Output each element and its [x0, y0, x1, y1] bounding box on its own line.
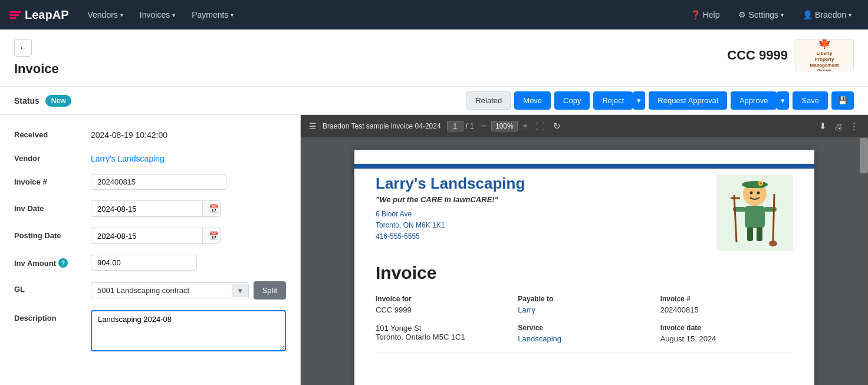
pdf-toolbar-left: ☰ Braedon Test sample invoice 04-2024 / …: [309, 120, 812, 133]
nav-item-user[interactable]: 👤 Braedon ▾: [795, 6, 859, 23]
gl-row: GL 5001 Landscaping contract ▼ Split: [14, 281, 286, 300]
brand-logo[interactable]: LeapAP: [9, 8, 68, 22]
invoice-blue-bar: [354, 164, 814, 169]
gl-label: GL: [14, 281, 91, 294]
page-header: ← Invoice CCC 9999 🍁 LibertyPropertyMana…: [0, 29, 868, 87]
scrollbar-track: [860, 138, 868, 385]
posting-date-input[interactable]: [91, 229, 202, 243]
chevron-down-icon: ▾: [849, 12, 851, 18]
rotate-button[interactable]: ↻: [552, 120, 562, 133]
download-button[interactable]: ⬇: [818, 120, 828, 133]
invoice-num-label: Invoice #: [14, 174, 91, 186]
status-label: Status: [14, 96, 40, 106]
more-options-button[interactable]: ⋮: [849, 120, 860, 133]
approve-dropdown-button[interactable]: ▾: [777, 91, 789, 110]
received-row: Received 2024-08-19 10:42:00: [14, 127, 286, 140]
user-icon: 👤: [803, 10, 813, 19]
scrollbar-thumb[interactable]: [860, 138, 868, 173]
chevron-down-icon: ▼: [232, 284, 248, 297]
calendar-icon[interactable]: 📅: [202, 201, 221, 216]
pdf-toolbar-right: ⬇ 🖨 ⋮: [818, 120, 860, 133]
reject-button[interactable]: Reject: [593, 91, 633, 110]
invoice-num-input[interactable]: [91, 174, 226, 190]
posting-date-label: Posting Date: [14, 228, 91, 240]
header-left: ← Invoice: [14, 39, 59, 77]
vendor-label: Vendor: [14, 150, 91, 163]
vendor-row: Vendor Larry's Landscaping: [14, 150, 286, 163]
chevron-down-icon: ▾: [781, 12, 784, 18]
pdf-content: Larry's Landscaping "We put the CARE in …: [301, 138, 868, 385]
reject-dropdown-group: Reject ▾: [593, 91, 645, 110]
pdf-page-separator: /: [466, 122, 468, 130]
svg-point-13: [757, 192, 760, 195]
description-textarea[interactable]: [91, 310, 286, 351]
inv-amount-input[interactable]: [91, 255, 197, 271]
nav-item-invoices[interactable]: Invoices ▾: [133, 6, 182, 23]
zoom-out-button[interactable]: −: [480, 121, 488, 131]
nav-right: ❓ Help ⚙ Settings ▾ 👤 Braedon ▾: [683, 6, 859, 23]
svg-rect-6: [747, 227, 753, 241]
print-button[interactable]: 🖨: [833, 120, 844, 133]
invoice-doc-title: Invoice: [376, 263, 793, 283]
pdf-page-input[interactable]: [447, 121, 463, 131]
invoice-address: 6 Bloor Ave Toronto, ON M6K 1K1 416-555-…: [376, 209, 525, 243]
inv-amount-row: Inv Amount ?: [14, 255, 286, 271]
nav-item-settings[interactable]: ⚙ Settings ▾: [731, 6, 791, 23]
nav-item-vendors[interactable]: Vendors ▾: [80, 6, 130, 23]
save-button[interactable]: Save: [793, 91, 828, 110]
svg-line-8: [734, 195, 737, 242]
reject-dropdown-button[interactable]: ▾: [633, 91, 645, 110]
pdf-filename: Braedon Test sample invoice 04-2024: [323, 122, 441, 130]
gl-select-wrap: 5001 Landscaping contract ▼: [91, 282, 249, 298]
help-icon[interactable]: ?: [58, 258, 68, 268]
received-value: 2024-08-19 10:42:00: [91, 127, 167, 140]
invoice-num-field: Invoice # 202400815: [660, 295, 793, 314]
chevron-down-icon: ▾: [120, 12, 123, 18]
invoice-num-row: Invoice #: [14, 174, 286, 190]
gl-select[interactable]: 5001 Landscaping contract: [91, 283, 232, 298]
description-row: Description: [14, 310, 286, 351]
inv-date-group: 📅: [91, 200, 221, 217]
inv-date-row: Inv Date 📅: [14, 200, 286, 217]
calendar-icon[interactable]: 📅: [202, 228, 221, 243]
svg-point-12: [750, 192, 753, 195]
inv-amount-label: Inv Amount ?: [14, 255, 91, 268]
approve-button[interactable]: Approve: [731, 91, 777, 110]
copy-button[interactable]: Copy: [554, 91, 590, 110]
fit-page-button[interactable]: ⛶: [535, 120, 546, 133]
status-badge: New: [45, 95, 72, 107]
svg-point-15: [760, 182, 762, 185]
pdf-zoom-controls: − 100% +: [480, 121, 529, 131]
pdf-pages: / 1: [447, 121, 474, 131]
gear-icon: ⚙: [738, 10, 746, 19]
hamburger-icon[interactable]: ☰: [309, 121, 317, 131]
invoice-service-field: Service Landscaping: [518, 324, 650, 343]
zoom-in-button[interactable]: +: [521, 121, 529, 131]
inv-date-label: Inv Date: [14, 200, 91, 213]
invoice-tagline: "We put the CARE in lawnCARE!": [376, 195, 525, 204]
posting-date-group: 📅: [91, 228, 221, 244]
invoice-doc-header: Larry's Landscaping "We put the CARE in …: [376, 175, 793, 251]
body-layout: Received 2024-08-19 10:42:00 Vendor Larr…: [0, 115, 868, 385]
svg-rect-7: [757, 227, 762, 241]
nav-item-help[interactable]: ❓ Help: [683, 6, 727, 23]
vendor-value[interactable]: Larry's Landscaping: [91, 150, 165, 163]
invoice-doc-grid2: 101 Yonge St Toronto, Ontario M5C 1C1 Se…: [376, 324, 793, 343]
back-button[interactable]: ←: [14, 39, 32, 57]
invoice-document: Larry's Landscaping "We put the CARE in …: [354, 150, 814, 385]
description-label: Description: [14, 310, 91, 323]
page-title: Invoice: [14, 61, 59, 77]
pdf-zoom-value: 100%: [491, 121, 518, 131]
invoice-payable-field: Payable to Larry: [518, 295, 650, 314]
related-button[interactable]: Related: [466, 91, 511, 110]
chevron-down-icon: ▾: [231, 12, 234, 18]
request-approval-button[interactable]: Request Approval: [649, 91, 727, 110]
invoice-divider: [376, 353, 793, 353]
split-button[interactable]: Split: [254, 281, 286, 300]
nav-item-payments[interactable]: Payments ▾: [185, 6, 241, 23]
save-icon-button[interactable]: 💾: [831, 91, 854, 110]
move-button[interactable]: Move: [514, 91, 551, 110]
leaf-icon: 🍁: [818, 39, 831, 50]
brand-icon: [9, 11, 21, 19]
inv-date-input[interactable]: [91, 202, 202, 216]
